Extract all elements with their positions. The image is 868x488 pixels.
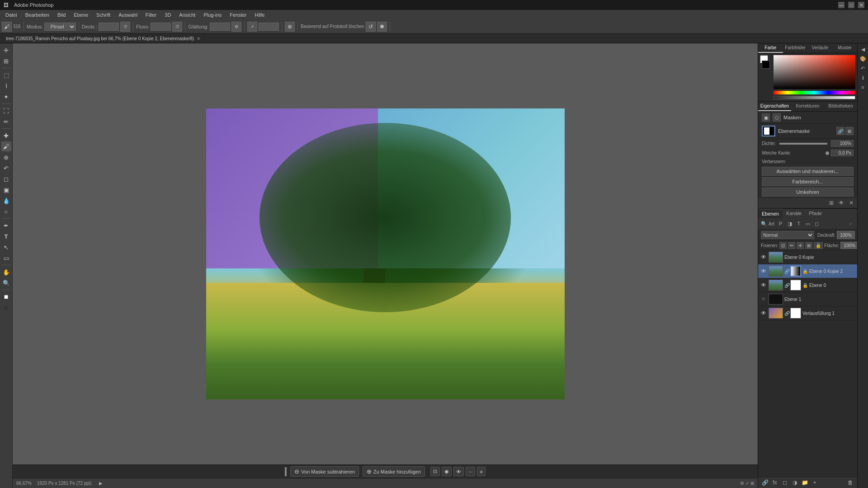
tab-korrekturen[interactable]: Korrekturen xyxy=(791,102,824,111)
filter-adjust-btn[interactable]: ◨ xyxy=(786,220,794,228)
masken-pixel-icon[interactable]: ▣ xyxy=(762,113,770,122)
weiche-kante-dot[interactable] xyxy=(826,151,829,155)
mask-view-btn3[interactable]: 👁 xyxy=(453,467,464,476)
fix-all-btn[interactable]: 🔒 xyxy=(814,242,823,249)
baseline-icon2[interactable]: ✱ xyxy=(377,22,387,32)
canvas-image[interactable] xyxy=(206,108,565,399)
crop-tool[interactable]: ⛶ xyxy=(1,106,11,116)
tab-eigenschaften[interactable]: Eigenschaften xyxy=(758,102,791,111)
winkel-input[interactable]: 0° xyxy=(259,23,279,31)
tab-bibliotheken[interactable]: Bibliotheken xyxy=(824,102,857,111)
layer-item-ebene0[interactable]: 👁 🔗 🔒 Ebene 0 xyxy=(758,278,857,292)
glattung-input[interactable]: 0% xyxy=(210,23,230,31)
glattung-options-icon[interactable]: ⚙ xyxy=(231,22,241,32)
layer-vis-ebene1[interactable]: 👁 xyxy=(760,296,767,303)
artboard-tool[interactable]: ⊞ xyxy=(1,56,11,66)
filter-shape-btn[interactable]: ▭ xyxy=(804,220,812,228)
layer-folder-button[interactable]: 📁 xyxy=(801,479,809,487)
layer-vis-verlausfuellung[interactable]: 👁 xyxy=(760,310,767,317)
document-tab[interactable]: tree-7186835_Ramon Perucho auf Pixabay.j… xyxy=(2,34,204,43)
layer-link-button[interactable]: 🔗 xyxy=(761,479,769,487)
dichte-slider[interactable] xyxy=(779,143,827,145)
fix-move-btn[interactable]: ✛ xyxy=(797,242,804,249)
layers-icon[interactable]: ≡ xyxy=(859,83,867,91)
tab-farbe[interactable]: Farbe xyxy=(758,43,783,53)
layer-mask-ebene0kopie2[interactable] xyxy=(790,266,801,277)
fluss-pressure-icon[interactable]: ⏱ xyxy=(172,22,182,32)
hue-bar[interactable] xyxy=(774,91,855,94)
menu-bearbeiten[interactable]: Bearbeiten xyxy=(22,11,53,19)
foreground-color[interactable]: ■ xyxy=(1,292,11,302)
blend-mode-select[interactable]: Normal Multiplizieren Negativ multiplizi… xyxy=(761,231,814,239)
canvas-area[interactable] xyxy=(13,43,758,465)
panel-icon-x[interactable]: ✕ xyxy=(847,199,855,207)
mask-view-btn1[interactable]: ⊡ xyxy=(430,467,440,476)
umkehren-button[interactable]: Umkehren xyxy=(762,188,854,197)
mask-settings-btn[interactable]: ≡ xyxy=(477,467,485,476)
filter-smartobj-btn[interactable]: ◻ xyxy=(813,220,821,228)
layer-mask-verlausfuellung[interactable] xyxy=(790,308,801,319)
fix-brush-btn[interactable]: ✏ xyxy=(788,242,795,249)
menu-plugins[interactable]: Plug-ins xyxy=(200,11,225,19)
layer-adjustment-button[interactable]: ◑ xyxy=(791,479,799,487)
minimize-button[interactable]: — xyxy=(838,2,844,8)
farbbereich-button[interactable]: Farbbereich... xyxy=(762,177,854,186)
tab-farbfelder[interactable]: Farbfelder xyxy=(783,43,808,53)
clone-tool[interactable]: ⊛ xyxy=(1,152,11,162)
color-icon[interactable]: 🎨 xyxy=(859,55,867,63)
magic-wand-tool[interactable]: ✦ xyxy=(1,92,11,102)
brush-tool[interactable]: 🖌 xyxy=(1,141,11,151)
menu-bild[interactable]: Bild xyxy=(54,11,69,19)
marquee-tool[interactable]: ⬚ xyxy=(1,70,11,80)
layers-tab-ebenen[interactable]: Ebenen xyxy=(758,209,783,218)
dodge-tool[interactable]: ○ xyxy=(1,206,11,216)
gradient-tool[interactable]: ▣ xyxy=(1,185,11,195)
background-color[interactable]: ■ xyxy=(1,303,11,313)
layer-vis-ebene0kopie2[interactable]: 👁 xyxy=(760,267,767,275)
bg-color-swatch[interactable] xyxy=(762,61,770,69)
auswaehlen-button[interactable]: Auswählen und maskieren... xyxy=(762,167,854,176)
close-button[interactable]: ✕ xyxy=(858,2,864,8)
menu-3d[interactable]: 3D xyxy=(161,11,175,19)
blur-tool[interactable]: 💧 xyxy=(1,196,11,206)
mask-link-icon[interactable]: 🔗 xyxy=(836,127,844,135)
eraser-tool[interactable]: ◻ xyxy=(1,174,11,184)
move-tool[interactable]: ✛ xyxy=(1,45,11,55)
menu-filter[interactable]: Filter xyxy=(142,11,160,19)
pen-tool[interactable]: ✒ xyxy=(1,221,11,230)
fix-artboard-btn[interactable]: ⊞ xyxy=(805,242,812,249)
masken-vector-icon[interactable]: ⬡ xyxy=(773,113,781,122)
subtract-mask-button[interactable]: ⊖ Von Maske subtrahieren xyxy=(290,466,359,477)
menu-schrift[interactable]: Schrift xyxy=(93,11,114,19)
maximize-button[interactable]: □ xyxy=(848,2,854,8)
angle-icon[interactable]: ↗ xyxy=(247,22,257,32)
lasso-tool[interactable]: ⌇ xyxy=(1,81,11,91)
flache-input[interactable] xyxy=(840,242,857,249)
history-brush[interactable]: ↶ xyxy=(1,163,11,173)
layer-vis-ebene0[interactable]: 👁 xyxy=(760,282,767,289)
layer-item-ebene1[interactable]: 👁 Ebene 1 xyxy=(758,292,857,306)
menu-ebene[interactable]: Ebene xyxy=(70,11,92,19)
menu-auswahl[interactable]: Auswahl xyxy=(115,11,141,19)
layer-item-ebene0kopie[interactable]: 👁 Ebene 0 Kopie xyxy=(758,250,857,264)
eyedropper-tool[interactable]: ✏ xyxy=(1,117,11,127)
history-icon[interactable]: ↶ xyxy=(859,64,867,72)
hand-tool[interactable]: ✋ xyxy=(1,267,11,277)
layer-item-verlausfuellung[interactable]: 👁 🔗 Verlausfüllung 1 xyxy=(758,306,857,320)
baseline-icon1[interactable]: ↺ xyxy=(366,22,376,32)
menu-fenster[interactable]: Fenster xyxy=(226,11,250,19)
layer-mask-ebene0[interactable] xyxy=(790,280,801,291)
tab-muster[interactable]: Muster xyxy=(832,43,857,53)
color-saturation-gradient[interactable] xyxy=(774,55,855,89)
zoom-tool[interactable]: 🔍 xyxy=(1,278,11,288)
fix-transparent-btn[interactable]: ⊡ xyxy=(779,242,787,249)
alpha-bar[interactable] xyxy=(774,96,855,99)
tab-verlaufe[interactable]: Verläufe xyxy=(808,43,833,53)
fluss-input[interactable]: 100% xyxy=(151,23,171,31)
layer-mask-button[interactable]: ◻ xyxy=(781,479,789,487)
layer-fx-button[interactable]: fx xyxy=(771,479,779,487)
mask-more-btn[interactable]: ··· xyxy=(466,467,475,476)
add-mask-button[interactable]: ⊕ Zu Maske hinzufügen xyxy=(363,466,425,477)
panel-collapse-icon[interactable]: ◀ xyxy=(859,45,867,53)
layer-delete-button[interactable]: 🗑 xyxy=(846,479,854,487)
